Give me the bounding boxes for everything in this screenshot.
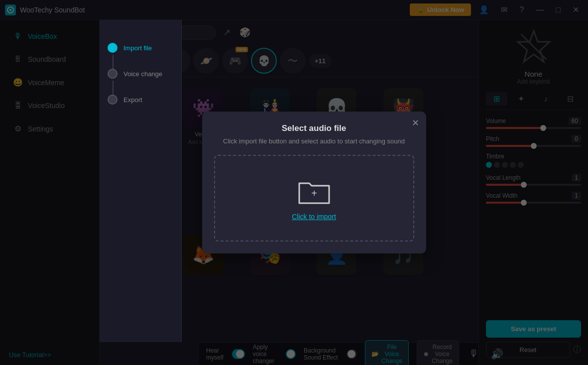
modal-drop-area[interactable]: + Click to import <box>214 155 414 242</box>
modal-overlay[interactable]: Import file Voice change Export ✕ Select… <box>0 0 588 365</box>
modal-close-button[interactable]: ✕ <box>412 118 419 128</box>
import-step-label: Import file <box>123 44 152 52</box>
pipeline-step-voice: Voice change <box>108 61 173 87</box>
select-audio-modal: ✕ Select audio file Click import file bu… <box>202 112 426 253</box>
pipeline-panel: Import file Voice change Export <box>100 20 182 342</box>
voice-step-dot <box>108 69 118 79</box>
modal-title: Select audio file <box>214 123 414 133</box>
svg-text:+: + <box>311 188 317 199</box>
folder-icon: + <box>297 176 332 206</box>
export-step-dot <box>108 95 118 105</box>
pipeline-step-export: Export <box>108 87 173 113</box>
export-step-label: Export <box>123 96 142 104</box>
import-step-dot <box>108 43 118 53</box>
pipeline-step-import: Import file <box>108 35 173 61</box>
click-to-import-link[interactable]: Click to import <box>292 213 336 221</box>
modal-subtitle: Click import file button and select audi… <box>214 137 414 145</box>
folder-icon-container: + <box>297 176 332 206</box>
voice-step-label: Voice change <box>123 70 162 78</box>
